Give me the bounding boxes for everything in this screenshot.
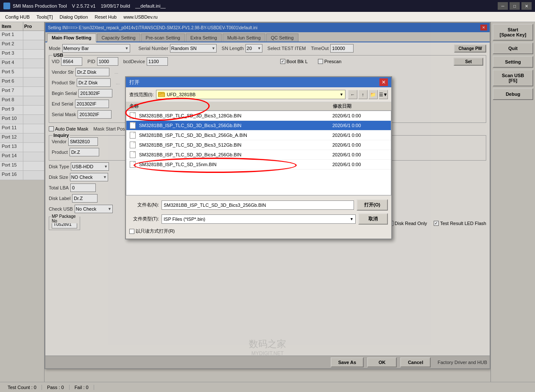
file-dialog-title-text: 打开 <box>129 79 379 86</box>
minimize-button[interactable]: ─ <box>498 2 508 10</box>
file-list-header: 名称 修改日期 <box>126 102 391 111</box>
file-icon <box>130 132 137 139</box>
file-name: SM3281BB_ISP_TLC_SD_3D_Bics3_256Gb_A.BIN <box>139 133 332 138</box>
svg-rect-1 <box>159 92 161 94</box>
file-dialog-title-bar: 打开 ✕ <box>126 77 391 87</box>
filetype-combo[interactable]: ISP Files (*ISP*.bin) ▼ <box>162 214 356 224</box>
file-date: 2020/6/1 0:00 <box>332 113 387 118</box>
menu-reset-hub[interactable]: Reset Hub <box>91 14 120 20</box>
app-icon <box>3 3 10 9</box>
location-label: 查找范围(I): <box>129 92 153 98</box>
location-folder-icon <box>158 92 165 97</box>
file-date: 2020/6/1 0:00 <box>332 162 387 167</box>
cancel-dialog-button[interactable]: 取消 <box>358 213 388 225</box>
location-combo-arrow: ▼ <box>340 92 343 97</box>
list-item[interactable]: SM3281BB_ISP_TLC_SD_15nm.BIN 2020/6/1 0:… <box>126 160 391 170</box>
file-open-dialog: 打开 ✕ 查找范围(I): UFD_3281BB ▼ ← ↑ 📁 ☰▼ 名称 修… <box>125 76 392 239</box>
file-dialog-footer: 文件名(N): 打开(O) 文件类型(T): ISP Files (*ISP*.… <box>126 195 391 239</box>
window-controls: ─ □ ✕ <box>498 2 532 10</box>
list-item[interactable]: SM3281BB_ISP_TLC_SD_3D_Bics4_256Gb.BIN 2… <box>126 150 391 160</box>
filename-input[interactable] <box>162 200 354 210</box>
nav-new-folder-button[interactable]: 📁 <box>368 90 378 99</box>
file-name: SM3281BB_ISP_TLC_SD_3D_Bics4_256Gb.BIN <box>139 152 332 157</box>
list-item[interactable]: SM3281BB_ISP_TLC_SD_3D_Bics3_256Gb.BIN 2… <box>126 121 391 131</box>
file-dialog-toolbar: 查找范围(I): UFD_3281BB ▼ ← ↑ 📁 ☰▼ <box>126 87 391 102</box>
file-name: SM3281BB_ISP_TLC_SD_3D_Bics3_512Gb.BIN <box>139 142 332 147</box>
col-name: 名称 <box>129 103 333 109</box>
file-icon <box>130 112 137 119</box>
maximize-button[interactable]: □ <box>510 2 520 10</box>
file-icon <box>130 151 137 158</box>
nav-up-button[interactable]: ↑ <box>358 90 368 99</box>
file-name: SM3281BB_ISP_TLC_SD_3D_Bics3_128Gb.BIN <box>139 113 332 118</box>
list-item[interactable]: SM3281BB_ISP_TLC_SD_3D_Bics3_512Gb.BIN 2… <box>126 140 391 150</box>
menu-dialog-option[interactable]: Dialog Option <box>56 14 92 20</box>
filetype-row: 文件类型(T): ISP Files (*ISP*.bin) ▼ 取消 <box>129 213 388 225</box>
col-date: 修改日期 <box>333 103 388 109</box>
filetype-label: 文件类型(T): <box>129 216 159 222</box>
file-date: 2020/6/1 0:00 <box>332 123 387 128</box>
menu-bar: Config HUB Tools[T] Dialog Option Reset … <box>0 12 535 22</box>
menu-tools[interactable]: Tools[T] <box>33 14 56 20</box>
file-name: SM3281BB_ISP_TLC_SD_15nm.BIN <box>139 162 332 167</box>
file-date: 2020/6/1 0:00 <box>332 142 387 147</box>
file-icon <box>130 122 137 129</box>
file-icon <box>130 161 137 168</box>
list-item[interactable]: SM3281BB_ISP_TLC_SD_3D_Bics3_128Gb.BIN 2… <box>126 111 391 121</box>
file-dialog-close-button[interactable]: ✕ <box>379 78 388 86</box>
open-button[interactable]: 打开(O) <box>357 199 388 211</box>
readonly-row: 以只读方式打开(R) <box>129 227 388 235</box>
file-icon <box>130 142 137 148</box>
file-list[interactable]: SM3281BB_ISP_TLC_SD_3D_Bics3_128Gb.BIN 2… <box>126 111 391 195</box>
menu-usbdev[interactable]: www.USBDev.ru <box>120 14 161 20</box>
filetype-arrow: ▼ <box>350 217 354 221</box>
app-title: SMI Mass Production Tool V 2.5.72 v1 19/… <box>13 3 498 8</box>
readonly-checkbox[interactable]: 以只读方式打开(R) <box>129 228 175 234</box>
file-name: SM3281BB_ISP_TLC_SD_3D_Bics3_256Gb.BIN <box>139 123 332 128</box>
menu-config-hub[interactable]: Config HUB <box>2 14 33 20</box>
filename-row: 文件名(N): 打开(O) <box>129 199 388 211</box>
nav-buttons: ← ↑ 📁 ☰▼ <box>348 90 388 99</box>
filename-label: 文件名(N): <box>129 202 159 208</box>
nav-view-button[interactable]: ☰▼ <box>379 90 388 99</box>
readonly-check-box <box>129 229 134 234</box>
location-combo[interactable]: UFD_3281BB ▼ <box>156 90 346 99</box>
close-button[interactable]: ✕ <box>521 2 532 10</box>
title-bar: SMI Mass Production Tool V 2.5.72 v1 19/… <box>0 0 535 12</box>
file-date: 2020/6/1 0:00 <box>332 133 387 138</box>
nav-back-button[interactable]: ← <box>348 90 357 99</box>
file-date: 2020/6/1 0:00 <box>332 152 387 157</box>
list-item[interactable]: SM3281BB_ISP_TLC_SD_3D_Bics3_256Gb_A.BIN… <box>126 131 391 140</box>
